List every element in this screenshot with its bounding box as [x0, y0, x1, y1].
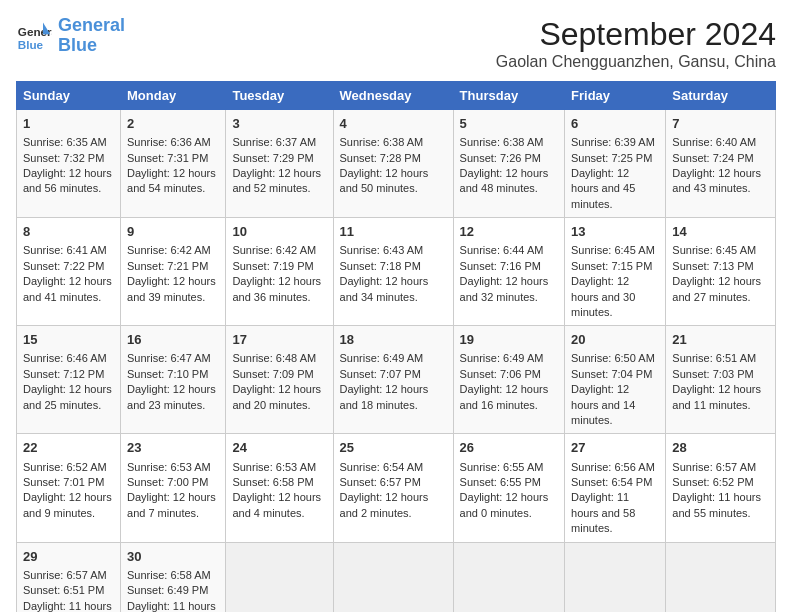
day-number: 28 — [672, 439, 769, 457]
sunrise-label: Sunrise: 6:39 AM — [571, 136, 655, 148]
daylight-label: Daylight: 12 hours and 0 minutes. — [460, 491, 549, 518]
day-number: 6 — [571, 115, 659, 133]
day-number: 30 — [127, 548, 219, 566]
calendar-cell: 24 Sunrise: 6:53 AM Sunset: 6:58 PM Dayl… — [226, 434, 333, 542]
daylight-label: Daylight: 12 hours and 16 minutes. — [460, 383, 549, 410]
daylight-label: Daylight: 12 hours and 43 minutes. — [672, 167, 761, 194]
header-saturday: Saturday — [666, 82, 776, 110]
header-wednesday: Wednesday — [333, 82, 453, 110]
sunset-label: Sunset: 7:19 PM — [232, 260, 313, 272]
daylight-label: Daylight: 12 hours and 20 minutes. — [232, 383, 321, 410]
sunset-label: Sunset: 7:03 PM — [672, 368, 753, 380]
day-number: 3 — [232, 115, 326, 133]
sunrise-label: Sunrise: 6:46 AM — [23, 352, 107, 364]
daylight-label: Daylight: 12 hours and 14 minutes. — [571, 383, 635, 426]
sunrise-label: Sunrise: 6:56 AM — [571, 461, 655, 473]
sunset-label: Sunset: 7:15 PM — [571, 260, 652, 272]
sunset-label: Sunset: 7:13 PM — [672, 260, 753, 272]
daylight-label: Daylight: 12 hours and 45 minutes. — [571, 167, 635, 210]
sunset-label: Sunset: 7:32 PM — [23, 152, 104, 164]
calendar-cell: 16 Sunrise: 6:47 AM Sunset: 7:10 PM Dayl… — [121, 326, 226, 434]
calendar-cell: 3 Sunrise: 6:37 AM Sunset: 7:29 PM Dayli… — [226, 110, 333, 218]
sunrise-label: Sunrise: 6:41 AM — [23, 244, 107, 256]
sunrise-label: Sunrise: 6:43 AM — [340, 244, 424, 256]
calendar-table: SundayMondayTuesdayWednesdayThursdayFrid… — [16, 81, 776, 612]
daylight-label: Daylight: 12 hours and 54 minutes. — [127, 167, 216, 194]
day-number: 20 — [571, 331, 659, 349]
day-number: 17 — [232, 331, 326, 349]
daylight-label: Daylight: 12 hours and 23 minutes. — [127, 383, 216, 410]
sunset-label: Sunset: 6:55 PM — [460, 476, 541, 488]
sunrise-label: Sunrise: 6:53 AM — [127, 461, 211, 473]
day-number: 7 — [672, 115, 769, 133]
sunset-label: Sunset: 7:04 PM — [571, 368, 652, 380]
calendar-subtitle: Gaolan Chengguanzhen, Gansu, China — [496, 53, 776, 71]
sunset-label: Sunset: 7:12 PM — [23, 368, 104, 380]
day-number: 1 — [23, 115, 114, 133]
daylight-label: Daylight: 12 hours and 36 minutes. — [232, 275, 321, 302]
calendar-cell: 13 Sunrise: 6:45 AM Sunset: 7:15 PM Dayl… — [565, 218, 666, 326]
calendar-cell: 4 Sunrise: 6:38 AM Sunset: 7:28 PM Dayli… — [333, 110, 453, 218]
calendar-week-3: 15 Sunrise: 6:46 AM Sunset: 7:12 PM Dayl… — [17, 326, 776, 434]
sunrise-label: Sunrise: 6:38 AM — [340, 136, 424, 148]
sunrise-label: Sunrise: 6:53 AM — [232, 461, 316, 473]
calendar-cell: 6 Sunrise: 6:39 AM Sunset: 7:25 PM Dayli… — [565, 110, 666, 218]
header-monday: Monday — [121, 82, 226, 110]
calendar-cell — [226, 542, 333, 612]
daylight-label: Daylight: 12 hours and 50 minutes. — [340, 167, 429, 194]
sunrise-label: Sunrise: 6:45 AM — [571, 244, 655, 256]
sunset-label: Sunset: 6:52 PM — [672, 476, 753, 488]
header-friday: Friday — [565, 82, 666, 110]
sunrise-label: Sunrise: 6:45 AM — [672, 244, 756, 256]
sunset-label: Sunset: 7:16 PM — [460, 260, 541, 272]
day-number: 14 — [672, 223, 769, 241]
calendar-cell: 5 Sunrise: 6:38 AM Sunset: 7:26 PM Dayli… — [453, 110, 564, 218]
sunrise-label: Sunrise: 6:38 AM — [460, 136, 544, 148]
header-tuesday: Tuesday — [226, 82, 333, 110]
daylight-label: Daylight: 11 hours and 51 minutes. — [127, 600, 216, 612]
title-block: September 2024 Gaolan Chengguanzhen, Gan… — [496, 16, 776, 71]
calendar-week-4: 22 Sunrise: 6:52 AM Sunset: 7:01 PM Dayl… — [17, 434, 776, 542]
sunrise-label: Sunrise: 6:55 AM — [460, 461, 544, 473]
daylight-label: Daylight: 12 hours and 48 minutes. — [460, 167, 549, 194]
sunrise-label: Sunrise: 6:58 AM — [127, 569, 211, 581]
calendar-cell: 1 Sunrise: 6:35 AM Sunset: 7:32 PM Dayli… — [17, 110, 121, 218]
calendar-cell: 11 Sunrise: 6:43 AM Sunset: 7:18 PM Dayl… — [333, 218, 453, 326]
daylight-label: Daylight: 12 hours and 32 minutes. — [460, 275, 549, 302]
logo-icon: General Blue — [16, 18, 52, 54]
calendar-cell: 14 Sunrise: 6:45 AM Sunset: 7:13 PM Dayl… — [666, 218, 776, 326]
calendar-cell — [666, 542, 776, 612]
day-number: 16 — [127, 331, 219, 349]
calendar-cell: 20 Sunrise: 6:50 AM Sunset: 7:04 PM Dayl… — [565, 326, 666, 434]
sunset-label: Sunset: 6:57 PM — [340, 476, 421, 488]
sunset-label: Sunset: 7:24 PM — [672, 152, 753, 164]
sunrise-label: Sunrise: 6:54 AM — [340, 461, 424, 473]
day-number: 25 — [340, 439, 447, 457]
daylight-label: Daylight: 12 hours and 9 minutes. — [23, 491, 112, 518]
header-sunday: Sunday — [17, 82, 121, 110]
daylight-label: Daylight: 12 hours and 52 minutes. — [232, 167, 321, 194]
daylight-label: Daylight: 11 hours and 58 minutes. — [571, 491, 635, 534]
calendar-cell: 29 Sunrise: 6:57 AM Sunset: 6:51 PM Dayl… — [17, 542, 121, 612]
calendar-cell: 28 Sunrise: 6:57 AM Sunset: 6:52 PM Dayl… — [666, 434, 776, 542]
calendar-cell: 22 Sunrise: 6:52 AM Sunset: 7:01 PM Dayl… — [17, 434, 121, 542]
calendar-cell — [453, 542, 564, 612]
sunrise-label: Sunrise: 6:57 AM — [672, 461, 756, 473]
day-number: 22 — [23, 439, 114, 457]
day-number: 27 — [571, 439, 659, 457]
daylight-label: Daylight: 12 hours and 34 minutes. — [340, 275, 429, 302]
day-number: 11 — [340, 223, 447, 241]
sunset-label: Sunset: 7:26 PM — [460, 152, 541, 164]
header-thursday: Thursday — [453, 82, 564, 110]
daylight-label: Daylight: 12 hours and 11 minutes. — [672, 383, 761, 410]
sunset-label: Sunset: 7:29 PM — [232, 152, 313, 164]
day-number: 4 — [340, 115, 447, 133]
sunset-label: Sunset: 7:28 PM — [340, 152, 421, 164]
day-number: 5 — [460, 115, 558, 133]
daylight-label: Daylight: 12 hours and 30 minutes. — [571, 275, 635, 318]
calendar-header-row: SundayMondayTuesdayWednesdayThursdayFrid… — [17, 82, 776, 110]
calendar-cell: 10 Sunrise: 6:42 AM Sunset: 7:19 PM Dayl… — [226, 218, 333, 326]
day-number: 23 — [127, 439, 219, 457]
day-number: 15 — [23, 331, 114, 349]
calendar-cell: 26 Sunrise: 6:55 AM Sunset: 6:55 PM Dayl… — [453, 434, 564, 542]
